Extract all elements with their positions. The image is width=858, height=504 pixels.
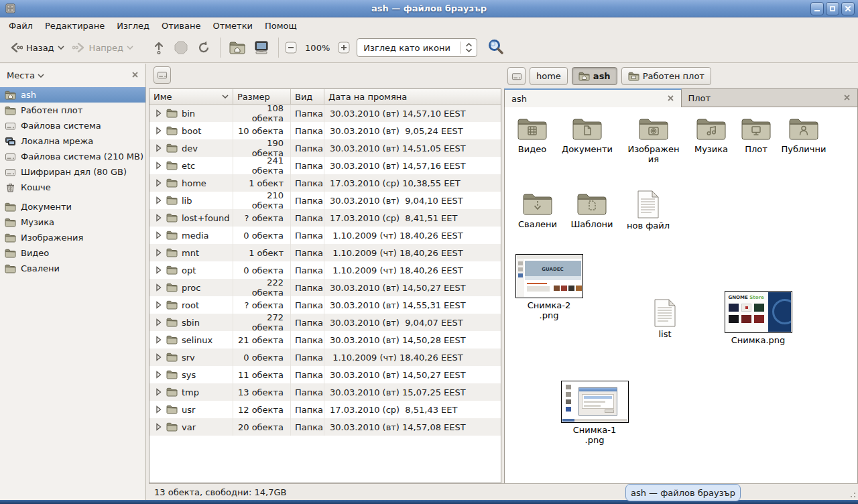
expander-icon[interactable] <box>155 284 162 292</box>
table-row[interactable]: lost+found ? обекта Папка 17.03.2010 (ср… <box>149 209 501 227</box>
expander-icon[interactable] <box>155 179 162 187</box>
icon-item-images[interactable]: Изображения <box>627 117 680 164</box>
back-button[interactable]: Назад <box>5 38 68 57</box>
expander-icon[interactable] <box>155 144 162 152</box>
table-row[interactable]: usr 12 обекта Папка 17.03.2010 (ср) 8,51… <box>149 401 501 418</box>
table-row[interactable]: lib 210 обекта Папка 30.03.2010 (вт) 9,0… <box>149 192 501 209</box>
column-header-type[interactable]: Вид <box>291 89 324 104</box>
zoom-out-button[interactable] <box>284 40 298 55</box>
column-header-date[interactable]: Дата на промяна <box>324 89 501 104</box>
menu-item[interactable]: Отметки <box>206 19 258 32</box>
expander-icon[interactable] <box>155 249 162 257</box>
table-row[interactable]: sbin 272 обекта Папка 30.03.2010 (вт) 9,… <box>149 314 501 331</box>
column-header-size[interactable]: Размер <box>233 89 291 104</box>
icon-item-downloads[interactable]: Свалени <box>507 192 568 229</box>
expander-icon[interactable] <box>155 231 162 239</box>
sidebar-item[interactable]: Шифриран дял (80 GB) <box>0 164 145 180</box>
column-header-name[interactable]: Име <box>149 89 233 104</box>
icon-item-documents[interactable]: Документи <box>557 117 617 154</box>
expander-icon[interactable] <box>155 388 162 396</box>
sidebar-item[interactable]: Файлова система (210 MB) <box>0 149 145 164</box>
table-row[interactable]: etc 241 обекта Папка 30.03.2010 (вт) 14,… <box>149 157 501 174</box>
tab-ash[interactable]: ash <box>504 88 682 107</box>
table-row[interactable]: bin 108 обекта Папка 30.03.2010 (вт) 14,… <box>149 105 501 122</box>
expander-icon[interactable] <box>155 127 162 135</box>
expander-icon[interactable] <box>155 109 162 117</box>
sidebar-item[interactable]: Музика <box>0 214 145 230</box>
expander-icon[interactable] <box>155 336 162 344</box>
menu-item[interactable]: Файл <box>3 19 39 32</box>
sidebar-close-icon[interactable] <box>131 70 139 80</box>
sidebar-item[interactable]: Документи <box>0 199 145 214</box>
icon-item-snimka[interactable]: GNOME Store Снимка.png <box>723 291 793 345</box>
icon-item-templates[interactable]: Шаблони <box>562 192 622 229</box>
maximize-button[interactable] <box>826 2 839 15</box>
reload-button[interactable] <box>192 37 215 58</box>
expander-icon[interactable] <box>155 353 162 361</box>
stop-button[interactable] <box>170 37 192 58</box>
table-row[interactable]: mnt 1 обект Папка 1.10.2009 (чт) 18,40,2… <box>149 244 501 261</box>
pathbar-button-home[interactable]: home <box>530 67 568 85</box>
table-row[interactable]: proc 222 обекта Папка 30.03.2010 (вт) 14… <box>149 279 501 296</box>
forward-button[interactable]: Напред <box>68 38 137 57</box>
pathbar-button-ash[interactable]: ash <box>572 67 617 85</box>
icon-item-snimka1[interactable]: Снимка-1.png <box>560 381 629 445</box>
icon-item-public[interactable]: Публични <box>774 117 834 154</box>
expander-icon[interactable] <box>155 214 162 222</box>
sidebar-item[interactable]: ash <box>0 87 145 103</box>
tab-close-icon[interactable] <box>667 94 674 104</box>
home-button[interactable] <box>225 38 249 58</box>
table-row[interactable]: media 0 обекта Папка 1.10.2009 (чт) 18,4… <box>149 227 501 244</box>
tab-close-icon[interactable] <box>843 93 851 103</box>
table-row[interactable]: boot 10 обекта Папка 30.03.2010 (вт) 9,0… <box>149 122 501 139</box>
menu-item[interactable]: Отиване <box>156 19 206 32</box>
table-row[interactable]: home 1 обект Папка 17.03.2010 (ср) 10,38… <box>149 174 501 192</box>
menu-item[interactable]: Изглед <box>111 19 156 32</box>
expander-icon[interactable] <box>155 423 162 431</box>
icon-item-new-file[interactable]: нов файл <box>618 190 678 231</box>
expander-icon[interactable] <box>155 301 162 309</box>
sidebar-title[interactable]: Места <box>7 70 35 80</box>
tab-desktop[interactable]: Плот <box>682 88 858 107</box>
expander-icon[interactable] <box>155 405 162 414</box>
sidebar-item[interactable]: Кошче <box>0 180 145 195</box>
minimize-button[interactable] <box>810 2 824 15</box>
search-button[interactable] <box>485 36 507 60</box>
icon-item-snimka2[interactable]: GUADEC Снимка-2.png <box>514 254 584 320</box>
chevron-down-icon[interactable] <box>38 74 44 78</box>
table-row[interactable]: var 20 обекта Папка 30.03.2010 (вт) 14,5… <box>149 418 501 436</box>
menu-item[interactable]: Помощ <box>259 19 303 32</box>
expander-icon[interactable] <box>155 162 162 170</box>
menu-item[interactable]: Редактиране <box>39 19 111 32</box>
filesystem-root-button[interactable] <box>154 66 171 84</box>
up-button[interactable] <box>148 37 170 58</box>
pathbar-root-button[interactable] <box>507 67 526 85</box>
titlebar[interactable]: ash — файлов браузър <box>0 0 858 17</box>
table-row[interactable]: selinux 21 обекта Папка 30.03.2010 (вт) … <box>149 331 501 349</box>
table-row[interactable]: root ? обекта Папка 30.03.2010 (вт) 14,5… <box>149 296 501 314</box>
expander-icon[interactable] <box>155 371 162 379</box>
computer-button[interactable] <box>249 37 273 58</box>
icon-item-video[interactable]: Видео <box>502 117 562 154</box>
pathbar-button-desktop[interactable]: Работен плот <box>621 67 711 85</box>
table-row[interactable]: srv 0 обекта Папка 1.10.2009 (чт) 18,40,… <box>149 349 501 366</box>
sidebar-item[interactable]: Файлова система <box>0 118 145 133</box>
sidebar-item[interactable]: Локална мрежа <box>0 133 145 149</box>
resize-grip[interactable] <box>847 489 855 497</box>
table-row[interactable]: sys 11 обекта Папка 30.03.2010 (вт) 14,5… <box>149 366 501 383</box>
close-button[interactable] <box>841 2 855 15</box>
expander-icon[interactable] <box>155 266 162 274</box>
icon-item-list[interactable]: list <box>641 299 688 339</box>
sidebar-item[interactable]: Свалени <box>0 261 145 276</box>
sidebar-item[interactable]: Изображения <box>0 230 145 245</box>
folder-icon <box>166 143 178 153</box>
expander-icon[interactable] <box>155 318 162 326</box>
sidebar-item[interactable]: Работен плот <box>0 103 145 118</box>
view-mode-combobox[interactable]: Изглед като икони <box>357 38 477 57</box>
table-row[interactable]: opt 0 обекта Папка 1.10.2009 (чт) 18,40,… <box>149 261 501 279</box>
table-row[interactable]: dev 190 обекта Папка 30.03.2010 (вт) 14,… <box>149 139 501 157</box>
expander-icon[interactable] <box>155 196 162 204</box>
sidebar-item[interactable]: Видео <box>0 245 145 261</box>
table-row[interactable]: tmp 13 обекта Папка 30.03.2010 (вт) 15,0… <box>149 383 501 401</box>
zoom-in-button[interactable] <box>336 40 351 55</box>
